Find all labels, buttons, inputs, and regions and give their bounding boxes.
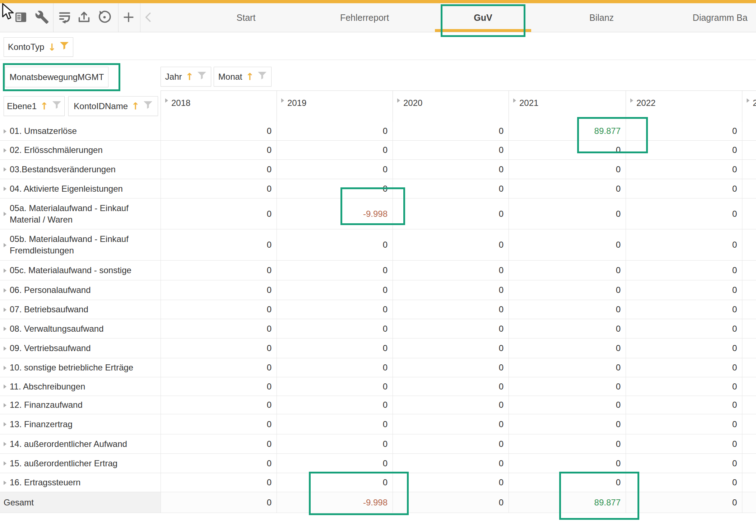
- report-panel-button[interactable]: [13, 9, 29, 26]
- value-cell: 0: [277, 414, 393, 434]
- value-cell: 0: [626, 473, 742, 492]
- tab-label: Diagramm Ba: [693, 13, 748, 23]
- table-row: 07. Betriebsaufwand00000: [0, 300, 756, 319]
- row-label-cell[interactable]: 04. Aktivierte Eigenleistungen: [0, 179, 161, 198]
- row-label-cell[interactable]: 07. Betriebsaufwand: [0, 300, 161, 319]
- column-header-2018[interactable]: 2018: [161, 91, 277, 122]
- value-cell: 0: [277, 454, 393, 473]
- value-cell: 0: [161, 339, 277, 358]
- filter-funnel-icon: [197, 71, 207, 82]
- history-restore-button[interactable]: [96, 9, 113, 26]
- row-label-cell[interactable]: 09. Vertriebsaufwand: [0, 339, 161, 358]
- value-cell: [742, 377, 756, 396]
- value-cell: 0: [509, 339, 626, 358]
- column-header-label: 2021: [519, 98, 538, 108]
- value-cell: 0: [161, 473, 277, 492]
- expand-triangle-icon: [4, 243, 6, 247]
- row-label: 06. Personalaufwand: [10, 284, 91, 296]
- row-label: 12. Finanzaufwand: [10, 399, 83, 411]
- row-label-cell[interactable]: 02. Erlösschmälerungen: [0, 141, 161, 159]
- row-label-cell[interactable]: 05c. Materialaufwand - sonstige: [0, 261, 161, 280]
- value-cell: 0: [626, 339, 742, 358]
- value-cell: [742, 160, 756, 179]
- row-field-ebene1-button[interactable]: Ebene1 ↑: [4, 96, 65, 116]
- expand-triangle-icon: [4, 403, 6, 407]
- row-label-cell[interactable]: 03.Bestandsveränderungen: [0, 160, 161, 179]
- value-cell: 0: [393, 396, 509, 414]
- row-label-cell[interactable]: 12. Finanzaufwand: [0, 396, 161, 414]
- add-button[interactable]: [120, 9, 137, 26]
- value-cell: 0: [277, 396, 393, 414]
- export-upload-button[interactable]: [76, 9, 92, 26]
- measure-button[interactable]: MonatsbewegungMGMT: [5, 67, 108, 87]
- column-field-jahr-button[interactable]: Jahr ↑: [161, 67, 211, 87]
- tab-diagramm-ba[interactable]: Diagramm Ba: [661, 3, 756, 32]
- row-label-cell[interactable]: 01. Umsatzerlöse: [0, 122, 161, 140]
- value-cell: [742, 454, 756, 473]
- value-cell: 0: [161, 199, 277, 229]
- tab-start[interactable]: Start: [187, 3, 305, 32]
- table-row: 12. Finanzaufwand00000: [0, 396, 756, 414]
- column-header-2[interactable]: 2: [742, 91, 756, 122]
- value-cell: 0: [277, 261, 393, 280]
- row-label: 05b. Materialaufwand - Einkauf Fremdleis…: [10, 233, 158, 256]
- row-label-cell[interactable]: 06. Personalaufwand: [0, 280, 161, 300]
- settings-wrench-button[interactable]: [34, 9, 50, 26]
- value-cell: 0: [161, 179, 277, 198]
- row-label: 11. Abschreibungen: [10, 381, 85, 392]
- tab-guv[interactable]: GuV: [424, 3, 542, 32]
- table-row: 10. sonstige betriebliche Erträge00000: [0, 358, 756, 377]
- expand-triangle-icon: [630, 98, 633, 103]
- value-cell: 0: [626, 179, 742, 198]
- value-cell: [742, 229, 756, 260]
- value-cell: 0: [393, 199, 509, 229]
- row-label-cell[interactable]: 14. außerordentlicher Aufwand: [0, 434, 161, 453]
- column-header-2020[interactable]: 2020: [393, 91, 509, 122]
- value-cell: 0: [161, 300, 277, 319]
- column-header-2022[interactable]: 2022: [626, 91, 742, 122]
- list-import-button[interactable]: [56, 9, 73, 26]
- value-cell: 0: [277, 339, 393, 358]
- column-header-2019[interactable]: 2019: [277, 91, 393, 122]
- expand-triangle-icon: [4, 212, 6, 216]
- column-header-label: 2022: [636, 98, 655, 108]
- value-cell: 0: [393, 261, 509, 280]
- value-cell: 0: [161, 358, 277, 377]
- sort-descending-arrow: ↓: [48, 42, 56, 52]
- row-label-cell[interactable]: 13. Finanzertrag: [0, 414, 161, 434]
- tab-fehlerreport[interactable]: Fehlerreport: [305, 3, 424, 32]
- row-label-cell[interactable]: 11. Abschreibungen: [0, 377, 161, 396]
- tab-bar: StartFehlerreportGuVBilanzDiagramm Ba: [187, 3, 756, 32]
- row-label-cell[interactable]: 05a. Materialaufwand - Einkauf Material …: [0, 199, 161, 229]
- row-label: 05a. Materialaufwand - Einkauf Material …: [10, 202, 158, 225]
- back-chevron-icon: [143, 10, 155, 25]
- section-divider: [0, 60, 756, 60]
- expand-triangle-icon: [4, 187, 6, 191]
- row-label-cell[interactable]: 16. Ertragssteuern: [0, 473, 161, 492]
- row-label-cell[interactable]: 05b. Materialaufwand - Einkauf Fremdleis…: [0, 229, 161, 260]
- value-cell: 0: [161, 122, 277, 140]
- value-cell: 0: [277, 122, 393, 140]
- value-cell: 0: [626, 141, 742, 159]
- value-cell: 0: [393, 454, 509, 473]
- row-label-cell[interactable]: 08. Verwaltungsaufwand: [0, 319, 161, 338]
- value-cell: 0: [393, 280, 509, 300]
- value-cell: [742, 414, 756, 434]
- tab-bilanz[interactable]: Bilanz: [542, 3, 661, 32]
- row-label-cell[interactable]: 10. sonstige betriebliche Erträge: [0, 358, 161, 377]
- row-label: 02. Erlösschmälerungen: [10, 144, 103, 156]
- value-cell: 0: [393, 300, 509, 319]
- row-field-kontoidname-button[interactable]: KontoIDName ↑: [68, 96, 158, 116]
- value-cell: 0: [509, 377, 626, 396]
- row-label: 13. Finanzertrag: [10, 419, 73, 430]
- row-label-cell[interactable]: 15. außerordentlicher Ertrag: [0, 454, 161, 473]
- column-field-monat-button[interactable]: Monat ↑: [214, 67, 272, 87]
- row-label: 16. Ertragssteuern: [10, 477, 80, 488]
- column-header-2021[interactable]: 2021: [509, 91, 626, 122]
- table-row: 08. Verwaltungsaufwand00000: [0, 319, 756, 339]
- value-cell: 0: [161, 454, 277, 473]
- kontotyp-filter-button[interactable]: KontoTyp ↓: [4, 37, 73, 57]
- expand-triangle-icon: [397, 98, 400, 103]
- nav-back-button[interactable]: [143, 9, 155, 26]
- value-cell: 0: [393, 358, 509, 377]
